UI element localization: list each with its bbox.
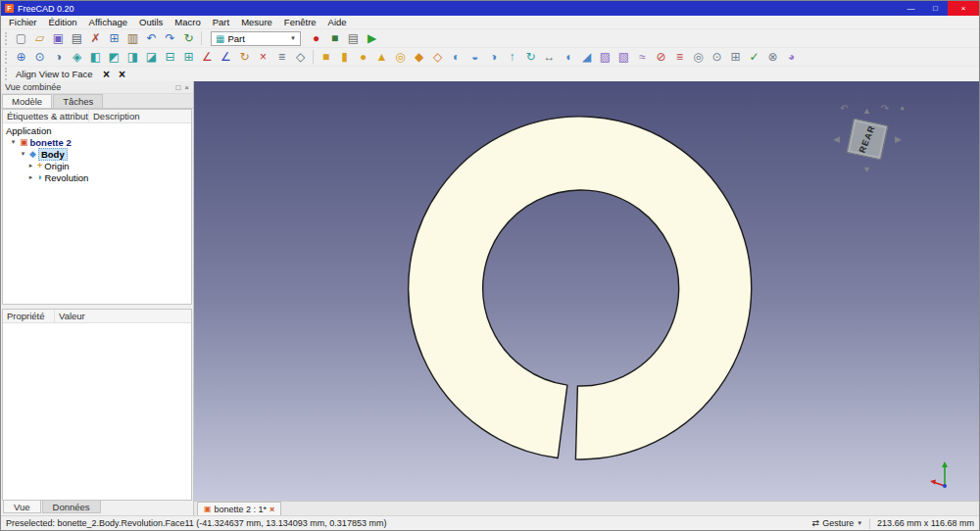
tree-item-bonette-2[interactable]: ▾ ▣ bonette 2	[3, 136, 191, 148]
zoom-icon[interactable]: ⊙	[30, 49, 49, 66]
part-sphere-icon[interactable]: ●	[354, 49, 372, 66]
sweep-icon[interactable]: ≈	[633, 49, 652, 66]
top-view-icon[interactable]: ◩	[105, 49, 123, 66]
navcube-up-arrow-icon[interactable]: ▲	[862, 106, 871, 116]
boolean-union-icon[interactable]: ◐	[447, 49, 466, 66]
boolean-cut-icon[interactable]: ◑	[484, 49, 503, 66]
toolbar-drag-handle[interactable]	[5, 68, 9, 80]
float-panel-icon[interactable]: □	[175, 83, 180, 92]
tab-close-icon[interactable]: ×	[270, 505, 274, 514]
macro-execute-icon[interactable]: ▶	[363, 30, 381, 47]
part-cylinder-icon[interactable]: ▮	[335, 49, 354, 66]
menu-macro[interactable]: Macro	[169, 16, 206, 28]
ring-face[interactable]	[409, 117, 752, 459]
menu-edition[interactable]: Édition	[43, 16, 83, 28]
toolbar-drag-handle[interactable]	[5, 32, 9, 45]
menu-outils[interactable]: Outils	[133, 16, 169, 28]
open-document-icon[interactable]: ▱	[30, 30, 49, 47]
measure-angular-icon[interactable]: ∠	[217, 49, 235, 66]
macro-edit-icon[interactable]: ▤	[344, 30, 363, 47]
menu-fenetre[interactable]: Fenêtre	[278, 16, 322, 28]
draw-style-icon[interactable]: ◑	[49, 49, 68, 66]
print-icon[interactable]: ▤	[68, 30, 86, 47]
tab-vue[interactable]: Vue	[3, 501, 41, 513]
measure-toggle-3d-icon[interactable]: ◇	[291, 49, 310, 66]
navcube-right-arrow-icon[interactable]: ▶	[895, 134, 902, 144]
part-torus-icon[interactable]: ◎	[391, 49, 410, 66]
measure-refresh-icon[interactable]: ↻	[235, 49, 254, 66]
refresh-icon[interactable]: ↻	[179, 30, 198, 47]
rear-view-icon[interactable]: ◪	[142, 49, 161, 66]
tree-item-application[interactable]: Application	[3, 124, 191, 136]
thickness-icon[interactable]: ⊙	[708, 49, 726, 66]
appearance-icon[interactable]: ◕	[782, 49, 801, 66]
axonometric-view-icon[interactable]: ◈	[68, 49, 86, 66]
redo-icon[interactable]: ↷	[161, 30, 179, 47]
close-button[interactable]: ×	[948, 1, 979, 16]
undo-icon[interactable]: ↶	[142, 30, 161, 47]
offset-icon[interactable]: ◎	[689, 49, 708, 66]
check-geometry-icon[interactable]: ✓	[745, 49, 763, 66]
rotate-right-icon[interactable]: ↷	[881, 103, 889, 114]
section-icon[interactable]: ⊘	[652, 49, 670, 66]
toolbar-drag-handle[interactable]	[5, 51, 9, 64]
workbench-selector[interactable]: ▦ Part ▼	[211, 31, 301, 46]
cut-icon[interactable]: ✗	[86, 30, 105, 47]
rotate-left-icon[interactable]: ↶	[840, 103, 848, 114]
measure-toggle-all-icon[interactable]: ≡	[272, 49, 291, 66]
copy-icon[interactable]: ⊞	[105, 30, 123, 47]
tab-donnees[interactable]: Données	[42, 501, 101, 513]
navcube-dot-icon[interactable]: ●	[900, 104, 905, 113]
menu-mesure[interactable]: Mesure	[235, 16, 278, 28]
revolve-icon[interactable]: ↻	[521, 49, 540, 66]
part-shapebuilder-icon[interactable]: ◇	[428, 49, 447, 66]
expander-icon[interactable]: ▸	[26, 173, 35, 181]
bottom-view-icon[interactable]: ⊟	[161, 49, 179, 66]
defeaturing-icon[interactable]: ⊗	[763, 49, 782, 66]
align-cancel-icon[interactable]: ×	[99, 68, 115, 81]
navcube-face[interactable]: REAR	[847, 119, 889, 161]
menu-affichage[interactable]: Affichage	[83, 16, 133, 28]
measure-clear-icon[interactable]: ×	[254, 49, 272, 66]
macro-stop-icon[interactable]: ■	[325, 30, 344, 47]
close-panel-icon[interactable]: ×	[184, 83, 189, 92]
fit-all-icon[interactable]: ⊕	[12, 49, 30, 66]
front-view-icon[interactable]: ◧	[86, 49, 105, 66]
tree-item-body[interactable]: ▾ ◆ Body	[3, 148, 191, 160]
menu-fichier[interactable]: Fichier	[3, 16, 43, 28]
new-document-icon[interactable]: ▢	[12, 30, 30, 47]
maximize-button[interactable]: □	[923, 1, 948, 16]
menu-aide[interactable]: Aide	[322, 16, 353, 28]
expander-icon[interactable]: ▾	[19, 150, 27, 158]
tab-taches[interactable]: Tâches	[53, 94, 103, 108]
loft-icon[interactable]: ▧	[614, 49, 633, 66]
part-primitives-icon[interactable]: ◆	[410, 49, 428, 66]
boolean-common-icon[interactable]: ◒	[466, 49, 484, 66]
tree-item-origin[interactable]: ▸ + Origin	[3, 160, 191, 171]
3d-viewport[interactable]: ↶ ↷ ● ▲ ▼ ◀ ▶ REAR	[194, 81, 979, 501]
navigation-cube[interactable]: ↶ ↷ ● ▲ ▼ ◀ ▶ REAR	[836, 109, 899, 171]
measure-linear-icon[interactable]: ∠	[198, 49, 217, 66]
tree-item-revolution[interactable]: ▸ ◗ Revolution	[3, 171, 191, 183]
navcube-left-arrow-icon[interactable]: ◀	[833, 134, 840, 144]
navcube-down-arrow-icon[interactable]: ▼	[862, 165, 871, 174]
paste-icon[interactable]: ▥	[123, 30, 142, 47]
left-view-icon[interactable]: ⊞	[179, 49, 198, 66]
expander-icon[interactable]: ▾	[9, 138, 18, 146]
mirror-icon[interactable]: ↔	[540, 49, 559, 66]
menu-part[interactable]: Part	[207, 16, 235, 28]
part-box-icon[interactable]: ■	[317, 49, 335, 66]
minimize-button[interactable]: —	[899, 1, 923, 16]
macro-record-icon[interactable]: ●	[307, 30, 325, 47]
tab-modele[interactable]: Modèle	[2, 94, 52, 108]
align-close-icon[interactable]: ×	[115, 68, 130, 81]
extrude-icon[interactable]: ↑	[503, 49, 521, 66]
chamfer-icon[interactable]: ◢	[577, 49, 596, 66]
fillet-icon[interactable]: ◖	[559, 49, 577, 66]
cross-sections-icon[interactable]: ≡	[670, 49, 689, 66]
document-tab[interactable]: ▣ bonette 2 : 1* ×	[197, 502, 281, 515]
right-view-icon[interactable]: ◨	[123, 49, 142, 66]
compound-icon[interactable]: ⊞	[726, 49, 745, 66]
save-icon[interactable]: ▣	[49, 30, 68, 47]
nav-style-selector[interactable]: ⇄ Gesture ▼	[812, 518, 863, 528]
